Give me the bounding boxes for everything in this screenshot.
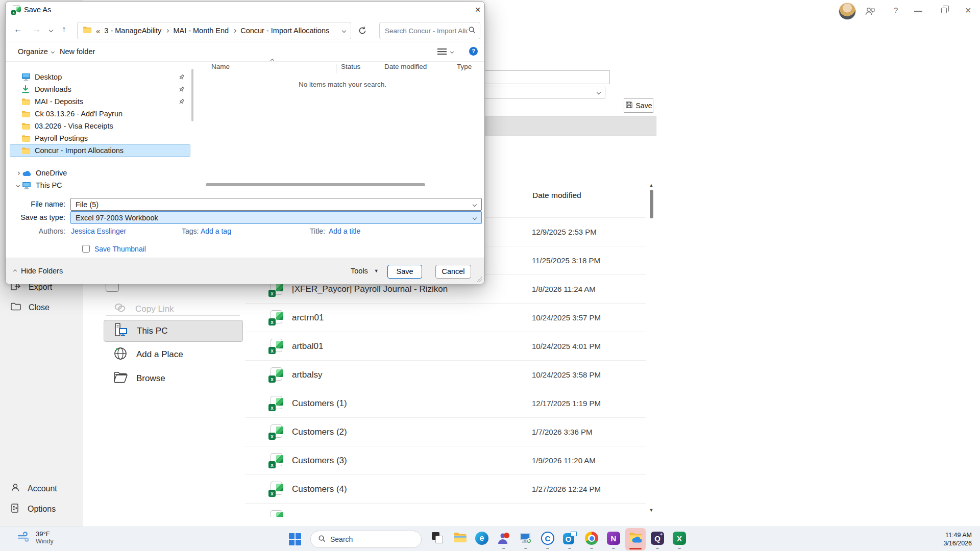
sidebar-item-label: Close	[29, 303, 50, 312]
tree-item[interactable]: Concur - Import Allocations	[10, 144, 190, 157]
taskbar-excel-icon[interactable]: X	[669, 528, 690, 550]
weather-widget[interactable]: 39°F Windy	[17, 530, 54, 545]
column-header-status[interactable]: Status	[341, 63, 360, 70]
place-item-browse[interactable]: Browse	[104, 367, 243, 390]
scroll-down-icon[interactable]: ▼	[648, 508, 654, 513]
save-as-type-select[interactable]: Excel 97-2003 Workbook	[70, 211, 482, 224]
breadcrumb-item[interactable]: 3 - ManageAbility	[104, 27, 161, 35]
horizontal-scrollbar-thumb[interactable]	[206, 183, 425, 186]
taskbar-file-explorer-icon[interactable]	[450, 528, 470, 550]
view-options-button[interactable]	[437, 48, 453, 55]
up-icon[interactable]: ↑	[62, 24, 66, 35]
wind-icon	[17, 532, 31, 544]
breadcrumb-overflow[interactable]: «	[96, 27, 100, 35]
refresh-icon[interactable]	[358, 26, 367, 37]
avatar[interactable]	[839, 3, 856, 20]
file-date-modified: 11/25/2025 3:18 PM	[532, 246, 600, 275]
place-item-copy-link[interactable]: Copy Link	[104, 297, 243, 320]
add-tag-link[interactable]: Add a tag	[201, 227, 231, 235]
chevron-down-icon[interactable]	[14, 184, 22, 187]
place-item-add-a-place[interactable]: Add a Place	[104, 343, 243, 366]
recent-locations-icon[interactable]	[49, 28, 53, 32]
minimize-icon[interactable]	[914, 11, 922, 12]
column-header-type[interactable]: Type	[457, 63, 472, 70]
sidebar-item-options[interactable]: Options	[10, 502, 77, 517]
tree-item[interactable]: Desktop	[10, 71, 190, 83]
add-title-link[interactable]: Add a title	[329, 227, 360, 235]
back-icon[interactable]: ←	[14, 24, 22, 35]
file-row[interactable]: xartbalsy10/24/2025 3:58 PM	[245, 360, 646, 389]
file-name-input[interactable]: File (5)	[70, 198, 482, 211]
tree-item-label: Ck 03.13.26 - Add'l Payrun	[35, 110, 122, 118]
start-button[interactable]	[289, 533, 301, 545]
search-icon	[318, 535, 326, 544]
tree-root-item[interactable]: This PC	[10, 179, 195, 191]
tree-root-item[interactable]: OneDrive	[10, 167, 195, 179]
authors-value-link[interactable]: Jessica Esslinger	[71, 227, 126, 235]
taskbar-edge-icon[interactable]: e	[472, 528, 492, 550]
file-date-modified: 1/8/2026 11:24 AM	[532, 275, 596, 304]
taskbar-task-view-icon[interactable]	[428, 528, 448, 550]
help-icon[interactable]: ?	[894, 6, 898, 14]
tree-scrollbar-thumb[interactable]	[191, 69, 193, 121]
tools-button[interactable]: Tools ▼	[351, 267, 379, 275]
file-row[interactable]: xCustomers (3)1/9/2026 11:20 AM	[245, 446, 646, 474]
taskbar-onenote-icon[interactable]: N	[603, 528, 624, 550]
taskbar-teams-icon[interactable]	[494, 528, 514, 550]
breadcrumb-item[interactable]: Concur - Import Allocations	[240, 27, 329, 35]
close-icon[interactable]: ✕	[965, 6, 971, 15]
file-row[interactable]: x	[245, 503, 646, 517]
taskbar-onedrive-folder-icon[interactable]	[625, 528, 646, 550]
running-indicator	[546, 548, 549, 549]
scroll-up-icon[interactable]: ▲	[648, 183, 654, 188]
place-item-this-pc[interactable]: This PC	[104, 320, 243, 342]
file-row[interactable]: xCustomers (1)12/17/2025 1:19 PM	[245, 389, 646, 417]
chevron-down-icon	[473, 216, 477, 220]
tree-item[interactable]: Payroll Postings	[10, 132, 190, 144]
restore-icon[interactable]	[941, 8, 947, 13]
taskbar-concur-icon[interactable]: C	[537, 528, 558, 550]
file-row[interactable]: xarctrn0110/24/2025 3:57 PM	[245, 303, 646, 332]
organize-button[interactable]: Organize	[18, 47, 54, 56]
tree-item[interactable]: Ck 03.13.26 - Add'l Payrun	[10, 108, 190, 120]
address-dropdown-icon[interactable]	[342, 29, 346, 33]
tree-item[interactable]: Downloads	[10, 83, 190, 95]
save-thumbnail-checkbox[interactable]	[82, 245, 90, 253]
excel-file-icon: x	[268, 424, 282, 440]
help-button[interactable]: ?	[469, 47, 478, 56]
breadcrumb-item[interactable]: MAI - Month End	[173, 27, 229, 35]
column-header-name[interactable]: Name	[211, 63, 230, 70]
dialog-titlebar[interactable]: x Save As ✕	[6, 2, 484, 18]
taskbar-chrome-icon[interactable]	[581, 528, 602, 550]
taskbar-outlook-icon[interactable]: O	[559, 528, 580, 550]
breadcrumb[interactable]: «3 - ManageAbilityMAI - Month EndConcur …	[77, 22, 351, 39]
column-header-date-modified[interactable]: Date modified	[532, 191, 581, 200]
tree-item[interactable]: MAI - Deposits	[10, 95, 190, 108]
sidebar-item-account[interactable]: Account	[10, 481, 77, 496]
forward-icon[interactable]: →	[32, 24, 41, 35]
save-button[interactable]: Save	[387, 265, 422, 279]
sidebar-item-close[interactable]: Close	[10, 300, 77, 315]
active-indicator	[629, 548, 642, 549]
dialog-close-icon[interactable]: ✕	[471, 4, 484, 16]
file-row[interactable]: xartbal0110/24/2025 4:01 PM	[245, 332, 646, 360]
search-input[interactable]: Search Concur - Import Alloc...	[379, 22, 480, 39]
resize-grip[interactable]	[477, 277, 482, 282]
chevron-right-icon[interactable]	[14, 172, 22, 174]
clock-time: 11:49 AM	[943, 531, 972, 539]
backstage-save-button[interactable]: Save	[624, 98, 653, 113]
feedback-icon[interactable]	[865, 6, 876, 19]
taskbar-q-assistant-icon[interactable]: Q✦	[647, 528, 668, 550]
tree-item[interactable]: 03.2026 - Visa Receipts	[10, 120, 190, 132]
file-name: artbalsy	[292, 361, 323, 389]
taskbar-search-input[interactable]: Search	[310, 531, 422, 548]
hide-folders-button[interactable]: Hide Folders	[14, 267, 63, 275]
column-header-date-modified[interactable]: Date modified	[384, 63, 427, 70]
file-row[interactable]: xCustomers (4)1/27/2026 12:24 PM	[245, 474, 646, 503]
scrollbar-thumb[interactable]	[650, 190, 653, 218]
new-folder-button[interactable]: New folder	[60, 47, 95, 56]
taskbar-remote-pc-icon[interactable]	[516, 528, 536, 550]
clock-widget[interactable]: 11:49 AM 3/16/2026	[943, 531, 972, 548]
cancel-button[interactable]: Cancel	[435, 265, 471, 279]
file-row[interactable]: xCustomers (2)1/7/2026 3:36 PM	[245, 417, 646, 446]
